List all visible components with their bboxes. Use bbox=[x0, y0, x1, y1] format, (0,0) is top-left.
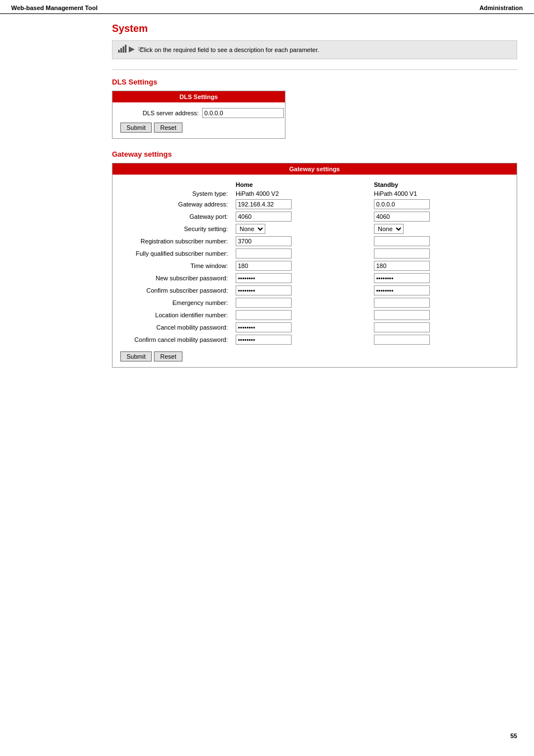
header-right-title: Administration bbox=[479, 4, 523, 11]
dls-reset-button[interactable]: Reset bbox=[154, 123, 182, 133]
separator bbox=[112, 69, 517, 70]
dls-settings-box: DLS Settings DLS server address: Submit … bbox=[112, 91, 285, 139]
row-label-1: Gateway address: bbox=[120, 198, 232, 210]
gateway-table: Home Standby System type:HiPath 4000 V2H… bbox=[120, 180, 509, 346]
dls-server-row: DLS server address: bbox=[120, 108, 277, 118]
gateway-settings-box: Gateway settings Home Standby System typ… bbox=[112, 163, 517, 368]
input-standby-5[interactable] bbox=[374, 248, 430, 259]
row-standby-9 bbox=[371, 297, 509, 309]
row-label-7: New subscriber password: bbox=[120, 272, 232, 284]
dls-button-row: Submit Reset bbox=[120, 123, 277, 133]
page-title: System bbox=[112, 23, 517, 35]
row-standby-7 bbox=[371, 272, 509, 284]
input-home-4[interactable] bbox=[236, 236, 292, 246]
gateway-submit-button[interactable]: Submit bbox=[120, 351, 152, 361]
empty-header bbox=[120, 180, 232, 189]
gateway-button-row: Submit Reset bbox=[120, 351, 509, 361]
row-label-0: System type: bbox=[120, 189, 232, 198]
input-home-7[interactable] bbox=[236, 273, 292, 283]
row-home-3[interactable]: None bbox=[232, 223, 371, 235]
row-standby-5 bbox=[371, 247, 509, 260]
dls-settings-inner-box: DLS Settings DLS server address: Submit … bbox=[112, 91, 285, 139]
row-label-11: Cancel mobility password: bbox=[120, 321, 232, 334]
gateway-box-header: Gateway settings bbox=[113, 163, 517, 175]
row-standby-3: None bbox=[371, 223, 509, 235]
table-row: Confirm cancel mobility password: bbox=[120, 334, 509, 346]
table-row: New subscriber password: bbox=[120, 272, 509, 284]
input-home-11[interactable] bbox=[236, 322, 292, 332]
row-label-8: Confirm subscriber password: bbox=[120, 284, 232, 297]
page-header: Web-based Management Tool Administration bbox=[0, 0, 534, 14]
row-home-2[interactable] bbox=[232, 210, 371, 223]
row-home-9[interactable] bbox=[232, 297, 371, 309]
row-home-11[interactable] bbox=[232, 321, 371, 334]
dls-submit-button[interactable]: Submit bbox=[120, 123, 152, 133]
row-home-6[interactable] bbox=[232, 260, 371, 272]
input-standby-7[interactable] bbox=[374, 273, 430, 283]
input-standby-8[interactable] bbox=[374, 285, 430, 295]
row-standby-6 bbox=[371, 260, 509, 272]
gateway-reset-button[interactable]: Reset bbox=[154, 351, 182, 361]
row-standby-12 bbox=[371, 334, 509, 346]
info-banner-text: Click on the required field to see a des… bbox=[139, 46, 319, 53]
row-label-9: Emergency number: bbox=[120, 297, 232, 309]
input-home-2[interactable] bbox=[236, 212, 292, 222]
table-row: Gateway address: bbox=[120, 198, 509, 210]
dls-server-input[interactable] bbox=[202, 108, 284, 118]
input-standby-2[interactable] bbox=[374, 212, 430, 222]
input-standby-1[interactable] bbox=[374, 199, 430, 209]
select-standby-3[interactable]: None bbox=[374, 224, 404, 234]
input-standby-11[interactable] bbox=[374, 322, 430, 332]
row-home-10[interactable] bbox=[232, 309, 371, 321]
row-home-0: HiPath 4000 V2 bbox=[232, 189, 371, 198]
row-label-6: Time window: bbox=[120, 260, 232, 272]
row-home-5[interactable] bbox=[232, 247, 371, 260]
row-standby-0: HiPath 4000 V1 bbox=[371, 189, 509, 198]
header-left-title: Web-based Management Tool bbox=[11, 4, 97, 11]
input-home-12[interactable] bbox=[236, 335, 292, 345]
col-home-header: Home bbox=[232, 180, 371, 189]
info-banner: ▶ ☞ Click on the required field to see a… bbox=[112, 40, 517, 59]
page-number: 55 bbox=[510, 732, 517, 739]
row-home-12[interactable] bbox=[232, 334, 371, 346]
row-standby-4 bbox=[371, 235, 509, 247]
input-standby-4[interactable] bbox=[374, 236, 430, 246]
table-row: Cancel mobility password: bbox=[120, 321, 509, 334]
input-home-5[interactable] bbox=[236, 248, 292, 259]
input-standby-6[interactable] bbox=[374, 261, 430, 271]
dls-box-header: DLS Settings bbox=[113, 91, 285, 102]
input-home-9[interactable] bbox=[236, 298, 292, 308]
dls-section-title: DLS Settings bbox=[112, 78, 517, 86]
row-label-3: Security setting: bbox=[120, 223, 232, 235]
input-standby-9[interactable] bbox=[374, 298, 430, 308]
table-row: Registration subscriber number: bbox=[120, 235, 509, 247]
signal-arrow-icon: ▶ ☞ bbox=[118, 44, 135, 55]
row-home-7[interactable] bbox=[232, 272, 371, 284]
row-home-1[interactable] bbox=[232, 198, 371, 210]
table-row: Location identifier number: bbox=[120, 309, 509, 321]
table-row: Gateway port: bbox=[120, 210, 509, 223]
input-home-1[interactable] bbox=[236, 199, 292, 209]
table-row: Security setting:NoneNone bbox=[120, 223, 509, 235]
input-standby-12[interactable] bbox=[374, 335, 430, 345]
row-home-4[interactable] bbox=[232, 235, 371, 247]
input-home-10[interactable] bbox=[236, 310, 292, 320]
main-content: System ▶ ☞ Click on the required field t… bbox=[0, 14, 534, 396]
input-home-8[interactable] bbox=[236, 285, 292, 295]
row-standby-2 bbox=[371, 210, 509, 223]
row-label-2: Gateway port: bbox=[120, 210, 232, 223]
row-standby-10 bbox=[371, 309, 509, 321]
table-row: Emergency number: bbox=[120, 297, 509, 309]
dls-box-body: DLS server address: Submit Reset bbox=[113, 102, 285, 138]
row-home-8[interactable] bbox=[232, 284, 371, 297]
table-row: Time window: bbox=[120, 260, 509, 272]
select-home-3[interactable]: None bbox=[236, 224, 265, 234]
gateway-section-title: Gateway settings bbox=[112, 150, 517, 158]
input-home-6[interactable] bbox=[236, 261, 292, 271]
row-standby-11 bbox=[371, 321, 509, 334]
row-label-4: Registration subscriber number: bbox=[120, 235, 232, 247]
row-label-5: Fully qualified subscriber number: bbox=[120, 247, 232, 260]
table-row: Fully qualified subscriber number: bbox=[120, 247, 509, 260]
input-standby-10[interactable] bbox=[374, 310, 430, 320]
table-row: Confirm subscriber password: bbox=[120, 284, 509, 297]
